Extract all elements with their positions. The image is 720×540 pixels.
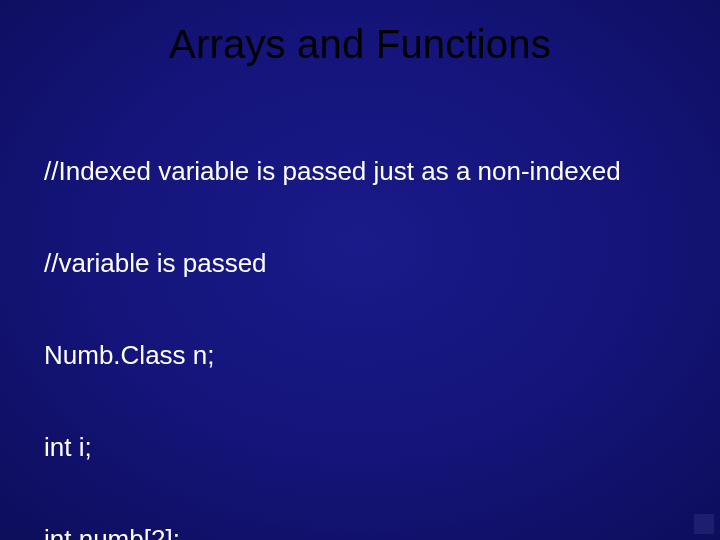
- code-line: //variable is passed: [44, 248, 690, 279]
- code-line: Numb.Class n;: [44, 340, 690, 371]
- corner-decoration: [694, 514, 714, 534]
- code-line: int i;: [44, 432, 690, 463]
- slide: Arrays and Functions //Indexed variable …: [0, 0, 720, 540]
- code-block: //Indexed variable is passed just as a n…: [0, 95, 720, 540]
- code-line: //Indexed variable is passed just as a n…: [44, 156, 690, 187]
- code-line: int numb[2];: [44, 524, 690, 540]
- slide-title: Arrays and Functions: [0, 0, 720, 95]
